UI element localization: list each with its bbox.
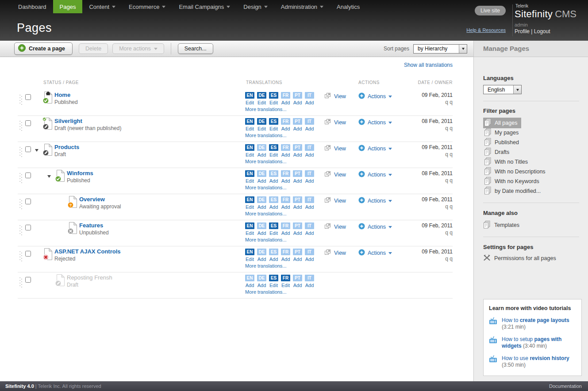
lang-badge-fr[interactable]: FR [281,222,290,229]
lang-edit-link[interactable]: Edit [269,152,278,157]
lang-badge-es[interactable]: ES [269,196,278,203]
lang-badge-de[interactable]: DE [257,275,266,281]
lang-edit-link[interactable]: Edit [245,100,254,105]
lang-edit-link[interactable]: Edit [245,257,254,262]
lang-edit-link[interactable]: Edit [257,126,266,131]
lang-badge-pt[interactable]: PT [293,118,302,125]
help-resources-link[interactable]: Help & Resources [466,27,506,33]
row-checkbox[interactable] [25,146,31,152]
row-checkbox[interactable] [25,251,31,257]
tutorial-link-pages-with-widgets[interactable]: How to setup pages with widgets (3:40 mi… [489,336,576,349]
lang-badge-es[interactable]: ES [269,222,278,229]
lang-badge-es[interactable]: ES [269,249,278,255]
more-translations-link[interactable]: More translations... [245,185,287,190]
search-button[interactable]: Search... [178,43,213,54]
live-site-button[interactable]: Live site [475,6,506,15]
lang-badge-en[interactable]: EN [245,249,254,255]
more-translations-link[interactable]: More translations... [245,133,287,138]
lang-badge-en[interactable]: EN [245,118,254,125]
actions-button[interactable]: Actions [358,92,392,100]
row-checkbox[interactable] [25,172,31,178]
lang-add-link[interactable]: Add [245,283,254,288]
lang-badge-es[interactable]: ES [269,92,278,99]
more-translations-link[interactable]: More translations... [245,107,287,112]
create-page-button[interactable]: Create a page [14,42,73,55]
lang-badge-it[interactable]: IT [305,196,314,203]
row-checkbox[interactable] [25,277,31,283]
lang-badge-de[interactable]: DE [257,249,266,255]
row-checkbox[interactable] [25,199,31,204]
lang-add-link[interactable]: Add [293,230,302,236]
lang-add-link[interactable]: Add [269,204,278,210]
lang-add-link[interactable]: Add [305,204,314,210]
filter-with-no-titles[interactable]: With no Titles [483,157,588,167]
lang-badge-fr[interactable]: FR [281,118,290,125]
lang-badge-it[interactable]: IT [305,249,314,255]
lang-badge-de[interactable]: DE [257,144,266,151]
drag-handle-icon[interactable] [19,198,23,211]
lang-badge-en[interactable]: EN [245,144,254,151]
lang-badge-fr[interactable]: FR [281,249,290,255]
lang-badge-en[interactable]: EN [245,222,254,229]
more-translations-link[interactable]: More translations... [245,159,287,164]
actions-button[interactable]: Actions [358,171,392,179]
show-all-translations-link[interactable]: Show all translations [404,62,453,68]
lang-badge-en[interactable]: EN [245,92,254,99]
more-translations-link[interactable]: More translations... [245,237,287,242]
view-link[interactable]: View [324,119,346,126]
delete-button[interactable]: Delete [79,43,108,54]
actions-button[interactable]: Actions [358,249,392,257]
lang-add-link[interactable]: Add [281,152,290,157]
lang-edit-link[interactable]: Edit [281,283,290,288]
lang-add-link[interactable]: Add [305,257,314,262]
page-title-link[interactable]: Products [54,144,79,150]
manage-also-templates[interactable]: Templates [483,220,588,230]
lang-edit-link[interactable]: Edit [245,204,254,210]
lang-badge-fr[interactable]: FR [281,275,290,281]
more-translations-link[interactable]: More translations... [245,289,287,295]
lang-badge-it[interactable]: IT [305,222,314,229]
actions-button[interactable]: Actions [358,197,392,205]
logout-link[interactable]: Logout [534,28,550,34]
lang-add-link[interactable]: Add [257,257,266,262]
nav-item-pages[interactable]: Pages [53,0,83,13]
lang-badge-en[interactable]: EN [245,170,254,177]
lang-add-link[interactable]: Add [293,178,302,184]
filter-drafts[interactable]: Drafts [483,147,588,157]
nav-item-analytics[interactable]: Analytics [330,0,366,13]
lang-badge-es[interactable]: ES [269,275,278,281]
drag-handle-icon[interactable] [19,146,23,159]
more-translations-link[interactable]: More translations... [245,263,287,268]
lang-add-link[interactable]: Add [305,283,314,288]
filter-my-pages[interactable]: My pages [483,128,588,138]
nav-item-ecommerce[interactable]: Ecommerce [122,0,172,13]
lang-badge-de[interactable]: DE [257,196,266,203]
settings-permissions-for-all-pages[interactable]: Permissions for all pages [483,254,588,262]
lang-edit-link[interactable]: Edit [245,230,254,236]
nav-item-administration[interactable]: Administration [274,0,330,13]
lang-add-link[interactable]: Add [293,257,302,262]
lang-add-link[interactable]: Add [281,100,290,105]
lang-badge-es[interactable]: ES [269,118,278,125]
lang-add-link[interactable]: Add [281,126,290,131]
filter-by-date-modified[interactable]: by Date modified... [483,186,588,196]
nav-item-dashboard[interactable]: Dashboard [12,0,53,13]
drag-handle-icon[interactable] [19,172,23,185]
lang-badge-de[interactable]: DE [257,222,266,229]
actions-button[interactable]: Actions [358,223,392,231]
more-actions-button[interactable]: More actions [112,43,164,54]
filter-with-no-keywords[interactable]: With no Keywords [483,176,588,186]
view-link[interactable]: View [324,249,346,257]
lang-edit-link[interactable]: Edit [257,100,266,105]
lang-badge-en[interactable]: EN [245,196,254,203]
lang-add-link[interactable]: Add [293,100,302,105]
page-title-link[interactable]: Features [79,222,109,229]
lang-badge-pt[interactable]: PT [293,170,302,177]
lang-badge-pt[interactable]: PT [293,249,302,255]
lang-add-link[interactable]: Add [305,178,314,184]
lang-badge-it[interactable]: IT [305,170,314,177]
collapse-arrow-icon[interactable] [35,149,38,153]
view-link[interactable]: View [324,92,346,100]
lang-badge-pt[interactable]: PT [293,222,302,229]
drag-handle-icon[interactable] [19,94,23,107]
